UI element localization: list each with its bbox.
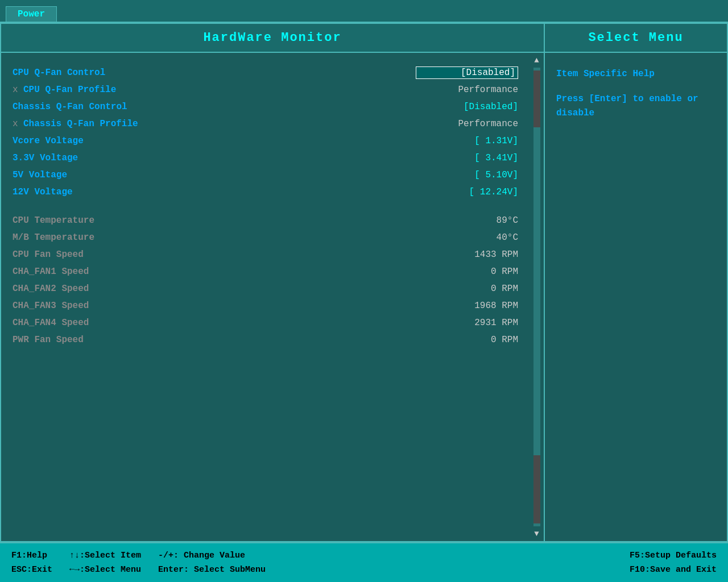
cha-fan1-row: CHA_FAN1 Speed 0 RPM [13, 263, 518, 280]
top-navigation: Power [0, 0, 728, 23]
cha-fan1-value: 0 RPM [416, 267, 518, 277]
f1-help-hint: F1:HelpESC:Exit [11, 548, 52, 577]
cha-fan4-label: CHA_FAN4 Speed [13, 318, 89, 328]
settings-area: CPU Q-Fan Control [Disabled] x CPU Q-Fan… [1, 53, 544, 541]
chassis-qfan-profile-row[interactable]: x Chassis Q-Fan Profile Performance [13, 115, 518, 132]
cha-fan3-value: 1968 RPM [416, 301, 518, 311]
select-menu-title: Select Menu [588, 31, 683, 45]
chassis-qfan-control-row[interactable]: Chassis Q-Fan Control [Disabled] [13, 98, 518, 115]
item-specific-help-title: Item Specific Help [556, 67, 715, 82]
cpu-qfan-profile-label: CPU Q-Fan Profile [23, 85, 116, 95]
hardware-monitor-panel: HardWare Monitor CPU Q-Fan Control [Disa… [1, 24, 545, 541]
right-hints: F5:Setup DefaultsF10:Save and Exit [630, 548, 717, 577]
bottom-status-bar: F1:HelpESC:Exit ↑↓:Select Item←→:Select … [0, 542, 728, 582]
pwr-fan-value: 0 RPM [416, 335, 518, 345]
scrollbar[interactable]: ▲ ▼ [530, 53, 544, 541]
vcore-voltage-label: Vcore Voltage [13, 136, 84, 146]
right-panel: Select Menu Item Specific Help Press [En… [545, 24, 727, 541]
main-content-area: HardWare Monitor CPU Q-Fan Control [Disa… [0, 23, 728, 542]
cha-fan3-label: CHA_FAN3 Speed [13, 301, 89, 311]
cpu-temperature-value: 89°C [416, 215, 518, 226]
cpu-fan-speed-row: CPU Fan Speed 1433 RPM [13, 246, 518, 263]
cpu-temperature-label: CPU Temperature [13, 215, 94, 226]
12v-voltage-row[interactable]: 12V Voltage [ 12.24V] [13, 184, 518, 201]
cpu-qfan-control-value: [Disabled] [416, 66, 518, 79]
vcore-voltage-value: [ 1.31V] [416, 136, 518, 146]
scroll-thumb-bottom [533, 455, 540, 523]
scroll-thumb-top [533, 70, 540, 127]
cpu-qfan-profile-value: Performance [416, 85, 518, 95]
cha-fan4-row: CHA_FAN4 Speed 2931 RPM [13, 314, 518, 331]
settings-list: CPU Q-Fan Control [Disabled] x CPU Q-Fan… [1, 53, 530, 541]
select-menu-header: Select Menu [545, 24, 727, 53]
cha-fan1-label: CHA_FAN1 Speed [13, 267, 89, 277]
scroll-down-arrow[interactable]: ▼ [534, 529, 539, 538]
hardware-monitor-title: HardWare Monitor [203, 31, 341, 45]
cha-fan2-row: CHA_FAN2 Speed 0 RPM [13, 280, 518, 297]
chassis-qfan-profile-label: Chassis Q-Fan Profile [23, 119, 138, 129]
cpu-qfan-profile-row[interactable]: x CPU Q-Fan Profile Performance [13, 81, 518, 98]
cha-fan2-label: CHA_FAN2 Speed [13, 284, 89, 294]
cpu-qfan-control-label: CPU Q-Fan Control [13, 68, 105, 78]
bios-screen: Power HardWare Monitor CPU Q-Fan Control… [0, 0, 728, 582]
cpu-fan-speed-value: 1433 RPM [416, 250, 518, 260]
cpu-qfan-control-row[interactable]: CPU Q-Fan Control [Disabled] [13, 64, 518, 81]
5v-voltage-label: 5V Voltage [13, 170, 67, 180]
chassis-qfan-profile-label-group: x Chassis Q-Fan Profile [13, 119, 138, 129]
mb-temperature-label: M/B Temperature [13, 232, 94, 243]
chassis-qfan-profile-value: Performance [416, 119, 518, 129]
spacer [13, 201, 518, 212]
help-content: Item Specific Help Press [Enter] to enab… [545, 53, 727, 541]
5v-voltage-value: [ 5.10V] [416, 170, 518, 180]
mb-temperature-value: 40°C [416, 232, 518, 243]
cha-fan4-value: 2931 RPM [416, 318, 518, 328]
chassis-qfan-control-label: Chassis Q-Fan Control [13, 102, 127, 112]
3v3-voltage-row[interactable]: 3.3V Voltage [ 3.41V] [13, 149, 518, 167]
cpu-qfan-prefix: x [13, 85, 21, 95]
cha-fan3-row: CHA_FAN3 Speed 1968 RPM [13, 297, 518, 314]
scroll-up-arrow[interactable]: ▲ [534, 56, 539, 65]
5v-voltage-row[interactable]: 5V Voltage [ 5.10V] [13, 167, 518, 184]
cpu-temperature-row: CPU Temperature 89°C [13, 212, 518, 229]
help-description: Press [Enter] to enable or disable [556, 92, 715, 121]
power-tab[interactable]: Power [6, 6, 57, 22]
chassis-qfan-prefix: x [13, 119, 21, 129]
cpu-fan-speed-label: CPU Fan Speed [13, 250, 84, 260]
pwr-fan-label: PWR Fan Speed [13, 335, 84, 345]
vcore-voltage-row[interactable]: Vcore Voltage [ 1.31V] [13, 132, 518, 149]
cpu-qfan-profile-label-group: x CPU Q-Fan Profile [13, 85, 116, 95]
3v3-voltage-label: 3.3V Voltage [13, 153, 78, 163]
cha-fan2-value: 0 RPM [416, 284, 518, 294]
scroll-track [533, 68, 540, 526]
action-hints: -/+: Change ValueEnter: Select SubMenu [158, 548, 266, 577]
3v3-voltage-value: [ 3.41V] [416, 153, 518, 163]
12v-voltage-label: 12V Voltage [13, 187, 73, 197]
pwr-fan-row: PWR Fan Speed 0 RPM [13, 331, 518, 348]
12v-voltage-value: [ 12.24V] [416, 187, 518, 197]
hardware-monitor-header: HardWare Monitor [1, 24, 544, 53]
navigate-hints: ↑↓:Select Item←→:Select Menu [69, 548, 141, 577]
chassis-qfan-control-value: [Disabled] [416, 102, 518, 112]
mb-temperature-row: M/B Temperature 40°C [13, 229, 518, 246]
